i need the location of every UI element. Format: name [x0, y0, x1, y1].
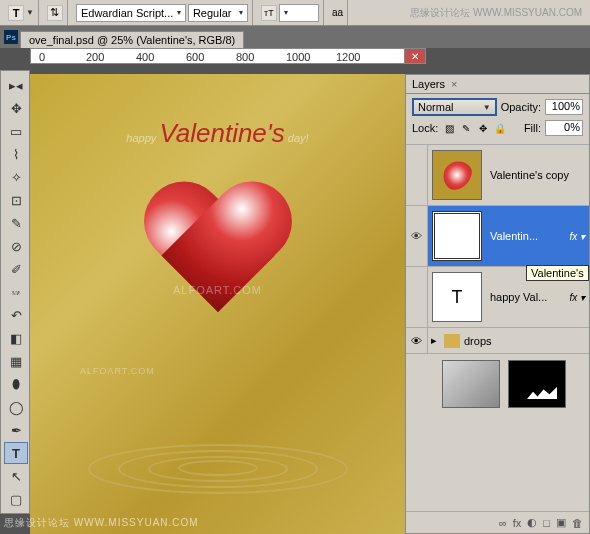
layer-thumbnail[interactable]: [442, 360, 500, 408]
blur-tool[interactable]: ⬮: [4, 373, 28, 395]
layer-item[interactable]: Valentine's copy: [406, 145, 589, 206]
lock-transparency-icon[interactable]: ▨: [442, 121, 456, 135]
layers-panel-tab[interactable]: Layers ×: [406, 75, 589, 94]
document-tab[interactable]: ove_final.psd @ 25% (Valentine's, RGB/8): [20, 31, 244, 48]
ruler-mark: 1200: [336, 51, 360, 63]
layer-mask-icon[interactable]: ◐: [527, 516, 537, 529]
lock-icons-group: ▨ ✎ ✥ 🔒: [442, 121, 507, 135]
fill-input[interactable]: 0%: [545, 120, 583, 136]
layer-thumbnail[interactable]: [432, 150, 482, 200]
close-button[interactable]: ✕: [404, 48, 426, 64]
marquee-tool[interactable]: ▭: [4, 120, 28, 142]
layer-name[interactable]: happy Val...: [486, 291, 569, 303]
document-tab-bar: Ps ove_final.psd @ 25% (Valentine's, RGB…: [0, 26, 590, 48]
visibility-toggle[interactable]: [406, 145, 428, 205]
layer-name[interactable]: Valentine's copy: [486, 169, 589, 181]
move-tool[interactable]: ✥: [4, 97, 28, 119]
type-tool-icon: T: [8, 5, 24, 21]
text-day: day!: [285, 132, 309, 144]
ruler-mark: 600: [186, 51, 204, 63]
layer-item[interactable]: [406, 354, 589, 414]
healing-brush-tool[interactable]: ⊘: [4, 235, 28, 257]
antialias-label: aa: [332, 7, 343, 18]
layer-style-icon[interactable]: fx: [513, 517, 522, 529]
visibility-toggle[interactable]: 👁: [406, 328, 428, 354]
watermark-bottom: 思缘设计论坛 WWW.MISSYUAN.COM: [4, 516, 199, 530]
visibility-toggle[interactable]: 👁: [406, 206, 428, 266]
orientation-toggle-icon[interactable]: ⇅: [47, 5, 63, 21]
folder-icon: [444, 334, 460, 348]
opacity-input[interactable]: 100%: [545, 99, 583, 115]
ruler-mark: 1000: [286, 51, 310, 63]
font-family-value: Edwardian Script...: [81, 7, 173, 19]
type-tool[interactable]: T: [4, 442, 28, 464]
layer-group[interactable]: 👁 ▸ drops: [406, 328, 589, 354]
layer-effects-icon[interactable]: fx ▾: [569, 292, 589, 303]
tools-panel: ▸◂ ✥ ▭ ⌇ ✧ ⊡ ✎ ⊘ ✐ ⎃ ↶ ◧ ▦ ⬮ ◯ ✒ T ↖ ▢: [0, 70, 30, 514]
layer-thumbnail[interactable]: T: [432, 211, 482, 261]
crop-tool[interactable]: ⊡: [4, 189, 28, 211]
disclosure-triangle-icon[interactable]: ▸: [428, 334, 440, 347]
path-selection-tool[interactable]: ↖: [4, 465, 28, 487]
text-valentines: Valentine's: [159, 118, 284, 148]
pen-tool[interactable]: ✒: [4, 419, 28, 441]
opacity-label: Opacity:: [501, 101, 541, 113]
magic-wand-tool[interactable]: ✧: [4, 166, 28, 188]
heart-graphic: [138, 184, 298, 334]
lock-label: Lock:: [412, 122, 438, 134]
font-style-dropdown[interactable]: Regular ▾: [188, 4, 248, 22]
font-size-dropdown[interactable]: ▾: [279, 4, 319, 22]
handle-icon[interactable]: ▸◂: [4, 74, 28, 96]
text-happy: happy: [126, 132, 159, 144]
lock-position-icon[interactable]: ✥: [476, 121, 490, 135]
font-style-value: Regular: [193, 7, 232, 19]
font-family-dropdown[interactable]: Edwardian Script... ▾: [76, 4, 186, 22]
canvas-watermark-small: ALFOART.COM: [80, 366, 155, 376]
layer-name[interactable]: Valentin...: [486, 230, 569, 242]
watermark-top: 思缘设计论坛 WWW.MISSYUAN.COM: [410, 6, 582, 20]
delete-layer-icon[interactable]: 🗑: [572, 517, 583, 529]
new-group-icon[interactable]: ▣: [556, 516, 566, 529]
layers-panel-footer: ∞ fx ◐ □ ▣ 🗑: [406, 511, 589, 533]
horizontal-ruler: 0 200 400 600 800 1000 1200: [30, 48, 405, 64]
document-canvas[interactable]: happy Valentine's day! ALFOART.COM ALFOA…: [30, 74, 405, 534]
dodge-tool[interactable]: ◯: [4, 396, 28, 418]
visibility-toggle[interactable]: [406, 267, 428, 327]
clone-stamp-tool[interactable]: ⎃: [4, 281, 28, 303]
chevron-down-icon: ▾: [239, 8, 243, 17]
layer-item[interactable]: 👁 T Valentin... fx ▾: [406, 206, 589, 267]
lock-all-icon[interactable]: 🔒: [493, 121, 507, 135]
chevron-down-icon: ▼: [483, 103, 491, 112]
shape-tool[interactable]: ▢: [4, 488, 28, 510]
photoshop-logo-icon: Ps: [4, 30, 18, 44]
fill-label: Fill:: [524, 122, 541, 134]
group-name[interactable]: drops: [464, 335, 492, 347]
blend-mode-dropdown[interactable]: Normal ▼: [412, 98, 497, 116]
layers-panel: Layers × Normal ▼ Opacity: 100% Lock: ▨ …: [405, 74, 590, 534]
close-icon[interactable]: ×: [451, 78, 457, 90]
layers-tab-label: Layers: [412, 78, 445, 90]
water-ripple-graphic: [78, 414, 358, 494]
lasso-tool[interactable]: ⌇: [4, 143, 28, 165]
adjustment-layer-icon[interactable]: □: [543, 517, 550, 529]
link-layers-icon[interactable]: ∞: [499, 517, 507, 529]
layer-mask-thumbnail[interactable]: [508, 360, 566, 408]
eyedropper-tool[interactable]: ✎: [4, 212, 28, 234]
chevron-down-icon: ▾: [177, 8, 181, 17]
layer-effects-icon[interactable]: fx ▾: [569, 231, 589, 242]
gradient-tool[interactable]: ▦: [4, 350, 28, 372]
chevron-down-icon[interactable]: ▼: [26, 8, 34, 17]
layer-name-tooltip: Valentine's: [526, 265, 589, 281]
font-size-icon[interactable]: тT: [261, 5, 277, 21]
eraser-tool[interactable]: ◧: [4, 327, 28, 349]
layer-thumbnail[interactable]: T: [432, 272, 482, 322]
lock-image-icon[interactable]: ✎: [459, 121, 473, 135]
ruler-mark: 400: [136, 51, 154, 63]
canvas-headline: happy Valentine's day!: [126, 118, 308, 149]
ruler-mark: 200: [86, 51, 104, 63]
brush-tool[interactable]: ✐: [4, 258, 28, 280]
ruler-mark: 0: [39, 51, 45, 63]
blend-mode-value: Normal: [418, 101, 453, 113]
history-brush-tool[interactable]: ↶: [4, 304, 28, 326]
chevron-down-icon: ▾: [284, 8, 288, 17]
